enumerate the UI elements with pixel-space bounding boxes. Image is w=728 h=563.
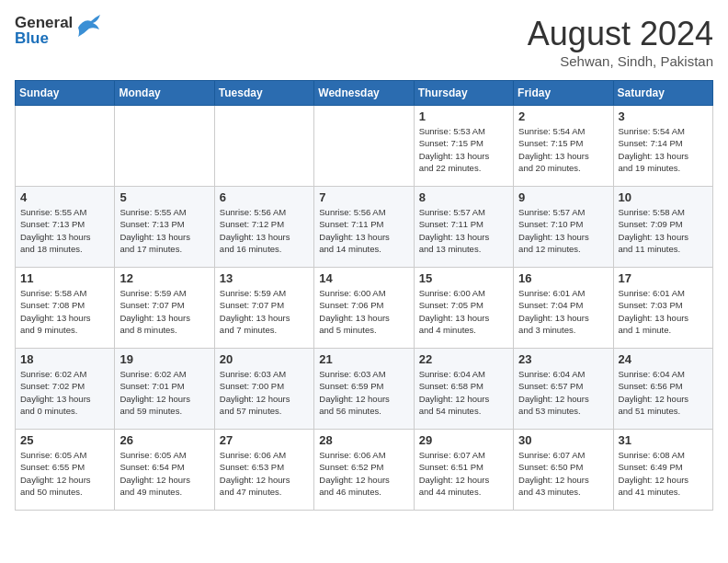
calendar-cell: 2Sunrise: 5:54 AM Sunset: 7:15 PM Daylig… bbox=[514, 106, 613, 187]
weekday-header: Tuesday bbox=[214, 81, 313, 106]
day-number: 26 bbox=[119, 433, 209, 447]
day-number: 9 bbox=[518, 190, 608, 204]
month-title: August 2024 bbox=[528, 15, 713, 53]
day-number: 12 bbox=[119, 271, 209, 285]
calendar-cell: 25Sunrise: 6:05 AM Sunset: 6:55 PM Dayli… bbox=[16, 430, 115, 511]
day-info: Sunrise: 6:06 AM Sunset: 6:52 PM Dayligh… bbox=[319, 449, 408, 498]
logo: General Blue bbox=[15, 15, 100, 46]
day-info: Sunrise: 5:53 AM Sunset: 7:15 PM Dayligh… bbox=[419, 125, 508, 174]
day-info: Sunrise: 5:55 AM Sunset: 7:13 PM Dayligh… bbox=[20, 206, 109, 255]
day-number: 15 bbox=[419, 271, 508, 285]
calendar-cell: 14Sunrise: 6:00 AM Sunset: 7:06 PM Dayli… bbox=[314, 268, 414, 349]
day-info: Sunrise: 6:02 AM Sunset: 7:01 PM Dayligh… bbox=[119, 368, 209, 417]
calendar-cell: 8Sunrise: 5:57 AM Sunset: 7:11 PM Daylig… bbox=[414, 187, 513, 268]
day-number: 30 bbox=[518, 433, 608, 447]
day-info: Sunrise: 6:00 AM Sunset: 7:06 PM Dayligh… bbox=[319, 287, 408, 336]
day-number: 22 bbox=[419, 352, 508, 366]
day-info: Sunrise: 6:04 AM Sunset: 6:56 PM Dayligh… bbox=[619, 368, 708, 417]
calendar-cell: 10Sunrise: 5:58 AM Sunset: 7:09 PM Dayli… bbox=[613, 187, 712, 268]
day-number: 11 bbox=[20, 271, 109, 285]
calendar-cell: 30Sunrise: 6:07 AM Sunset: 6:50 PM Dayli… bbox=[514, 430, 613, 511]
calendar-cell: 19Sunrise: 6:02 AM Sunset: 7:01 PM Dayli… bbox=[115, 349, 214, 430]
day-number: 1 bbox=[419, 109, 508, 123]
day-number: 18 bbox=[20, 352, 109, 366]
calendar-cell: 18Sunrise: 6:02 AM Sunset: 7:02 PM Dayli… bbox=[16, 349, 115, 430]
day-info: Sunrise: 5:54 AM Sunset: 7:15 PM Dayligh… bbox=[518, 125, 608, 174]
day-info: Sunrise: 5:59 AM Sunset: 7:07 PM Dayligh… bbox=[220, 287, 309, 336]
weekday-header: Saturday bbox=[613, 81, 712, 106]
day-number: 4 bbox=[20, 190, 109, 204]
day-number: 14 bbox=[319, 271, 408, 285]
calendar-cell: 20Sunrise: 6:03 AM Sunset: 7:00 PM Dayli… bbox=[214, 349, 313, 430]
location: Sehwan, Sindh, Pakistan bbox=[528, 53, 713, 69]
day-info: Sunrise: 6:01 AM Sunset: 7:04 PM Dayligh… bbox=[518, 287, 608, 336]
weekday-header: Sunday bbox=[16, 81, 115, 106]
calendar-cell: 27Sunrise: 6:06 AM Sunset: 6:53 PM Dayli… bbox=[214, 430, 313, 511]
day-info: Sunrise: 5:59 AM Sunset: 7:07 PM Dayligh… bbox=[119, 287, 209, 336]
calendar-cell: 31Sunrise: 6:08 AM Sunset: 6:49 PM Dayli… bbox=[613, 430, 712, 511]
day-number: 8 bbox=[419, 190, 508, 204]
day-info: Sunrise: 6:07 AM Sunset: 6:50 PM Dayligh… bbox=[518, 449, 608, 498]
day-info: Sunrise: 5:57 AM Sunset: 7:11 PM Dayligh… bbox=[419, 206, 508, 255]
day-info: Sunrise: 5:55 AM Sunset: 7:13 PM Dayligh… bbox=[119, 206, 209, 255]
calendar-cell: 26Sunrise: 6:05 AM Sunset: 6:54 PM Dayli… bbox=[115, 430, 214, 511]
day-number: 13 bbox=[220, 271, 309, 285]
day-number: 2 bbox=[518, 109, 608, 123]
calendar-cell: 1Sunrise: 5:53 AM Sunset: 7:15 PM Daylig… bbox=[414, 106, 513, 187]
day-info: Sunrise: 6:05 AM Sunset: 6:54 PM Dayligh… bbox=[119, 449, 209, 498]
day-info: Sunrise: 6:03 AM Sunset: 6:59 PM Dayligh… bbox=[319, 368, 408, 417]
day-number: 21 bbox=[319, 352, 408, 366]
day-info: Sunrise: 5:58 AM Sunset: 7:09 PM Dayligh… bbox=[619, 206, 708, 255]
day-number: 16 bbox=[518, 271, 608, 285]
calendar-cell: 16Sunrise: 6:01 AM Sunset: 7:04 PM Dayli… bbox=[514, 268, 613, 349]
day-number: 24 bbox=[619, 352, 708, 366]
calendar-cell: 17Sunrise: 6:01 AM Sunset: 7:03 PM Dayli… bbox=[613, 268, 712, 349]
calendar-cell: 11Sunrise: 5:58 AM Sunset: 7:08 PM Dayli… bbox=[16, 268, 115, 349]
day-info: Sunrise: 6:02 AM Sunset: 7:02 PM Dayligh… bbox=[20, 368, 109, 417]
calendar-cell: 29Sunrise: 6:07 AM Sunset: 6:51 PM Dayli… bbox=[414, 430, 513, 511]
day-number: 5 bbox=[119, 190, 209, 204]
calendar-cell: 15Sunrise: 6:00 AM Sunset: 7:05 PM Dayli… bbox=[414, 268, 513, 349]
calendar-cell: 5Sunrise: 5:55 AM Sunset: 7:13 PM Daylig… bbox=[115, 187, 214, 268]
day-info: Sunrise: 5:56 AM Sunset: 7:11 PM Dayligh… bbox=[319, 206, 408, 255]
weekday-header: Thursday bbox=[414, 81, 513, 106]
day-info: Sunrise: 6:07 AM Sunset: 6:51 PM Dayligh… bbox=[419, 449, 508, 498]
day-info: Sunrise: 6:05 AM Sunset: 6:55 PM Dayligh… bbox=[20, 449, 109, 498]
calendar-cell: 23Sunrise: 6:04 AM Sunset: 6:57 PM Dayli… bbox=[514, 349, 613, 430]
day-info: Sunrise: 6:06 AM Sunset: 6:53 PM Dayligh… bbox=[220, 449, 309, 498]
day-number: 20 bbox=[220, 352, 309, 366]
calendar-cell: 3Sunrise: 5:54 AM Sunset: 7:14 PM Daylig… bbox=[613, 106, 712, 187]
calendar-cell: 22Sunrise: 6:04 AM Sunset: 6:58 PM Dayli… bbox=[414, 349, 513, 430]
calendar-cell bbox=[214, 106, 313, 187]
calendar-cell: 6Sunrise: 5:56 AM Sunset: 7:12 PM Daylig… bbox=[214, 187, 313, 268]
day-number: 10 bbox=[619, 190, 708, 204]
calendar-cell: 21Sunrise: 6:03 AM Sunset: 6:59 PM Dayli… bbox=[314, 349, 414, 430]
day-number: 19 bbox=[119, 352, 209, 366]
day-info: Sunrise: 6:01 AM Sunset: 7:03 PM Dayligh… bbox=[619, 287, 708, 336]
day-info: Sunrise: 6:08 AM Sunset: 6:49 PM Dayligh… bbox=[619, 449, 708, 498]
day-info: Sunrise: 5:56 AM Sunset: 7:12 PM Dayligh… bbox=[220, 206, 309, 255]
day-info: Sunrise: 6:00 AM Sunset: 7:05 PM Dayligh… bbox=[419, 287, 508, 336]
day-number: 7 bbox=[319, 190, 408, 204]
day-info: Sunrise: 6:04 AM Sunset: 6:58 PM Dayligh… bbox=[419, 368, 508, 417]
day-number: 3 bbox=[619, 109, 708, 123]
weekday-header: Monday bbox=[115, 81, 214, 106]
day-number: 31 bbox=[619, 433, 708, 447]
calendar-cell: 9Sunrise: 5:57 AM Sunset: 7:10 PM Daylig… bbox=[514, 187, 613, 268]
page-header: General Blue August 2024 Sehwan, Sindh, … bbox=[15, 15, 713, 69]
weekday-header: Friday bbox=[514, 81, 613, 106]
calendar-cell bbox=[115, 106, 214, 187]
weekday-header: Wednesday bbox=[314, 81, 414, 106]
calendar-cell: 12Sunrise: 5:59 AM Sunset: 7:07 PM Dayli… bbox=[115, 268, 214, 349]
day-info: Sunrise: 6:04 AM Sunset: 6:57 PM Dayligh… bbox=[518, 368, 608, 417]
calendar-cell: 28Sunrise: 6:06 AM Sunset: 6:52 PM Dayli… bbox=[314, 430, 414, 511]
title-block: August 2024 Sehwan, Sindh, Pakistan bbox=[528, 15, 713, 69]
day-number: 29 bbox=[419, 433, 508, 447]
day-info: Sunrise: 5:54 AM Sunset: 7:14 PM Dayligh… bbox=[619, 125, 708, 174]
day-info: Sunrise: 6:03 AM Sunset: 7:00 PM Dayligh… bbox=[220, 368, 309, 417]
day-number: 27 bbox=[220, 433, 309, 447]
day-number: 6 bbox=[220, 190, 309, 204]
day-info: Sunrise: 5:57 AM Sunset: 7:10 PM Dayligh… bbox=[518, 206, 608, 255]
calendar-cell bbox=[314, 106, 414, 187]
calendar-cell bbox=[16, 106, 115, 187]
